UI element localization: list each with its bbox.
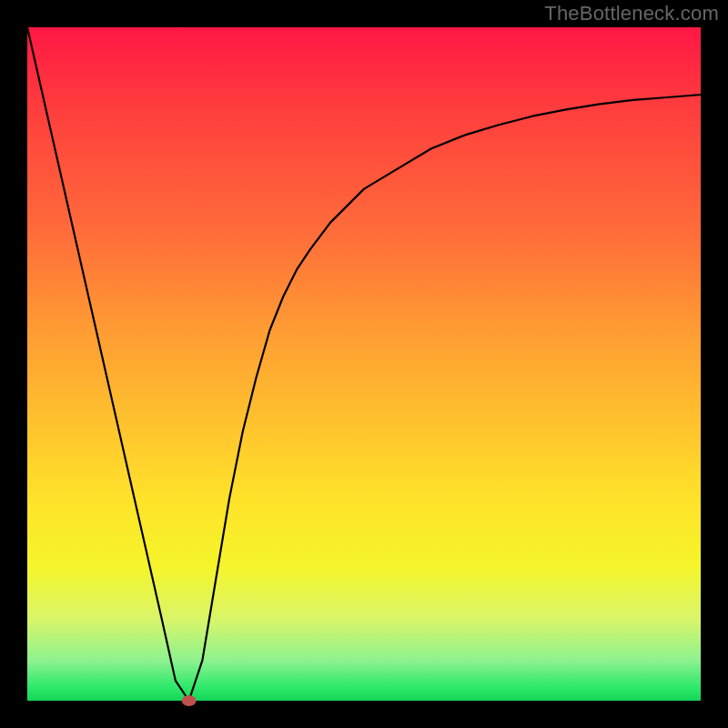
plot-area: [27, 27, 701, 701]
watermark-label: TheBottleneck.com: [544, 2, 719, 25]
marker-dot: [182, 695, 197, 706]
curve-path: [27, 27, 701, 701]
chart-stage: TheBottleneck.com: [0, 0, 728, 728]
chart-svg: [27, 27, 701, 701]
